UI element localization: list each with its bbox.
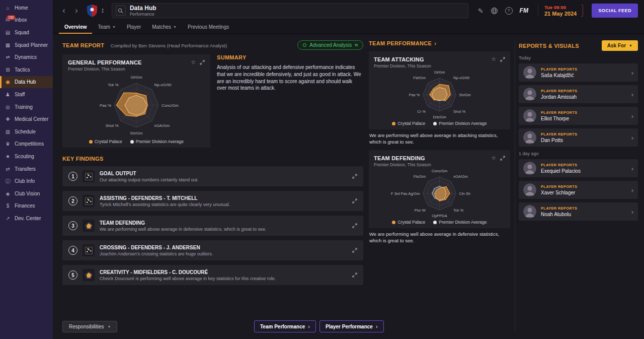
tactics-icon: ⊞ [5, 67, 11, 73]
app-window: ⌂Home✉Inbox150▤Squad▦Squad Planner⇌Dynam… [0, 0, 644, 339]
legend-dot [130, 140, 134, 144]
expand-icon[interactable] [500, 156, 505, 161]
key-finding-row[interactable]: 4CROSSING - DEFENDERS - J. ANDERSENJoach… [62, 240, 363, 260]
expand-icon[interactable] [352, 273, 357, 278]
chevron-down-icon: ▼ [173, 25, 177, 29]
search-icon[interactable] [116, 6, 126, 16]
dynamics-icon: ⇌ [5, 54, 11, 60]
title-stack: Data Hub Performance [130, 5, 156, 17]
sidebar-item-squad-planner[interactable]: ▦Squad Planner [0, 39, 53, 51]
sidebar-item-dynamics[interactable]: ⇌Dynamics [0, 51, 53, 63]
sidebar-item-medical-center[interactable]: ✚Medical Center [0, 113, 53, 125]
team-performance-button[interactable]: Team Performance › [254, 320, 316, 332]
back-button[interactable]: ‹ [59, 5, 69, 16]
sidebar-item-transfers[interactable]: ⇄Transfers [0, 163, 53, 175]
sidebar-item-label: Tactics [15, 67, 30, 73]
tab-label: Overview [64, 24, 87, 30]
sidebar-item-dev-center[interactable]: ↗Dev. Center [0, 212, 53, 225]
expand-icon[interactable] [200, 60, 205, 65]
expand-icon[interactable] [500, 57, 505, 62]
player-report-row[interactable]: PLAYER REPORTSXaver Schlager› [519, 181, 638, 199]
card-subtitle: Premier Division, This Season [68, 66, 205, 72]
team-performance-link[interactable]: TEAM PERFORMANCE › [369, 40, 510, 46]
sidebar-item-club-info[interactable]: ⓘClub Info [0, 175, 53, 187]
finding-number: 1 [68, 172, 77, 181]
responsibilities-button[interactable]: Responsibilities ▼ [62, 321, 117, 332]
svg-text:Drb/Gm: Drb/Gm [433, 115, 446, 119]
sidebar-item-staff[interactable]: ♟Staff [0, 88, 53, 101]
sidebar-item-label: Data Hub [15, 79, 36, 85]
training-icon: ◎ [5, 104, 11, 110]
team-performance-column: TEAM PERFORMANCE › TEAM ATTACKING ☆ Prem… [369, 40, 510, 244]
svg-text:F 3rd Pas Ag/Gm: F 3rd Pas Ag/Gm [391, 191, 420, 196]
edit-icon[interactable]: ✎ [478, 7, 484, 15]
club-crest[interactable] [87, 4, 98, 17]
finding-subtitle: We are performing well above average in … [100, 227, 267, 232]
tab-matches[interactable]: Matches▼ [146, 21, 182, 34]
tab-team[interactable]: Team▼ [92, 21, 121, 34]
key-finding-row[interactable]: 5CREATIVITY - MIDFIELDERS - C. DOUCOURÉC… [62, 265, 363, 285]
sidebar-items: ⌂Home✉Inbox150▤Squad▦Squad Planner⇌Dynam… [0, 2, 53, 225]
club-cycle-buttons[interactable]: ▲▼ [101, 8, 104, 14]
player-report-row[interactable]: PLAYER REPORTSSaša Kalajdžić› [519, 63, 638, 82]
finding-title: GOAL OUTPUT [100, 171, 199, 176]
footer-center: Team Performance › Player Performance › [254, 320, 384, 332]
expand-icon[interactable] [352, 223, 357, 228]
expand-icon[interactable] [352, 198, 357, 204]
sidebar-item-label: Squad [15, 30, 29, 35]
legend-item: Crystal Palace [392, 121, 425, 126]
key-finding-row[interactable]: 1GOAL OUTPUTOur attacking output numbers… [62, 166, 363, 186]
help-icon[interactable]: ? [505, 7, 513, 15]
favorite-icon[interactable]: ☆ [491, 56, 496, 62]
sidebar-item-squad[interactable]: ▤Squad [0, 26, 53, 39]
title-widget[interactable]: Data Hub Performance [112, 3, 468, 18]
favorite-icon[interactable]: ☆ [191, 59, 196, 65]
expand-icon[interactable] [352, 248, 357, 253]
continue-indicator[interactable] [581, 5, 583, 17]
sidebar-item-tactics[interactable]: ⊞Tactics [0, 63, 53, 76]
legend-label: Crystal Palace [397, 121, 425, 126]
report-text: PLAYER REPORTSElliot Thorpe [541, 110, 577, 121]
sidebar-item-scouting[interactable]: ★Scouting [0, 150, 53, 163]
ask-for-button[interactable]: Ask For ▼ [602, 40, 638, 51]
report-type: PLAYER REPORTS [541, 206, 577, 211]
sidebar-item-data-hub[interactable]: ◉Data Hub [0, 76, 53, 89]
player-report-row[interactable]: PLAYER REPORTSElliot Thorpe› [519, 107, 638, 125]
sidebar-item-competitions[interactable]: ♛Competitions [0, 138, 53, 151]
forward-button[interactable]: › [71, 5, 82, 16]
player-report-row[interactable]: PLAYER REPORTSJordan Amissah› [519, 85, 638, 103]
key-finding-row[interactable]: 2ASSISTING - DEFENDERS - T. MITCHELLTyri… [62, 191, 363, 211]
expand-icon[interactable] [352, 174, 357, 179]
card-head: TEAM DEFENDING ☆ [374, 155, 505, 161]
card-icons: ☆ [491, 56, 505, 62]
sidebar-item-inbox[interactable]: ✉Inbox150 [0, 14, 53, 27]
sidebar-item-training[interactable]: ◎Training [0, 101, 53, 113]
world-icon[interactable] [491, 7, 498, 15]
advanced-analysis-button[interactable]: Advanced Analysis ⧉ [297, 40, 363, 50]
key-finding-row[interactable]: 3TEAM DEFENDINGWe are performing well ab… [62, 216, 363, 236]
sidebar-item-finances[interactable]: $Finances [0, 200, 53, 213]
tab-overview[interactable]: Overview [59, 21, 92, 34]
svg-text:Tck %: Tck % [108, 83, 118, 87]
finding-subtitle: Cheick Doucouré is performing well above… [100, 276, 276, 281]
player-report-row[interactable]: PLAYER REPORTSDan Potts› [519, 128, 638, 147]
sidebar-item-schedule[interactable]: ▥Schedule [0, 125, 53, 138]
chevron-right-icon: › [631, 69, 633, 77]
tab-player[interactable]: Player [121, 21, 146, 34]
finding-number: 3 [68, 221, 77, 230]
report-type: PLAYER REPORTS [541, 110, 577, 115]
team-defending-radar: Conc/GmxGA/GmCln ShTck %OpPPDAPsn WF 3rd… [374, 168, 505, 219]
tab-previous-meetings[interactable]: Previous Meetings [182, 21, 234, 34]
player-report-row[interactable]: PLAYER REPORTSNoah Atubolu› [519, 202, 638, 221]
player-performance-button[interactable]: Player Performance › [319, 320, 384, 332]
favorite-icon[interactable]: ☆ [491, 155, 496, 161]
footer-left: Responsibilities ▼ [62, 321, 117, 332]
player-report-row[interactable]: PLAYER REPORTSExequiel Palacios› [519, 159, 638, 177]
current-time: Tue 09:00 [544, 5, 577, 10]
svg-text:Gl/Gm: Gl/Gm [130, 75, 142, 80]
dev-center-icon: ↗ [5, 216, 11, 221]
sidebar-item-home[interactable]: ⌂Home [0, 2, 53, 14]
social-feed-button[interactable]: SOCIAL FEED [592, 4, 638, 18]
chevron-right-icon: › [376, 323, 378, 329]
sidebar-item-club-vision[interactable]: ◈Club Vision [0, 187, 53, 200]
